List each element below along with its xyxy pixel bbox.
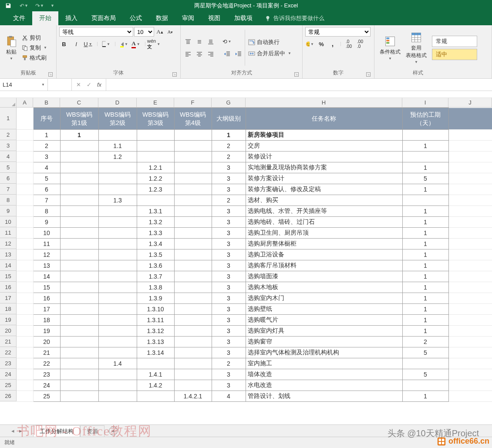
cell[interactable] <box>60 271 98 282</box>
cell[interactable]: 16 <box>33 293 60 304</box>
cell[interactable] <box>60 337 98 347</box>
cell[interactable]: 8 <box>33 206 60 217</box>
cell[interactable] <box>60 184 98 195</box>
cell[interactable] <box>17 217 33 228</box>
cell[interactable]: 1.3.1 <box>137 206 174 217</box>
row-header[interactable]: 2 <box>0 129 17 140</box>
cell[interactable]: 3 <box>212 337 246 347</box>
cell[interactable]: 新房装修项目 <box>246 130 402 141</box>
header-cell[interactable]: WBS编码 第1级 <box>60 108 98 130</box>
cell[interactable] <box>174 326 212 337</box>
sheet-tab-other[interactable]: 资源 <box>80 425 104 437</box>
cell[interactable]: 3 <box>212 326 246 337</box>
cell[interactable]: 4 <box>33 162 60 173</box>
cell[interactable] <box>448 239 492 249</box>
cell[interactable] <box>17 228 33 239</box>
cell[interactable] <box>402 195 448 206</box>
cell[interactable] <box>60 347 98 358</box>
decrease-font-icon[interactable]: A▾ <box>165 27 175 37</box>
cell[interactable]: 1 <box>402 141 448 152</box>
cell[interactable] <box>60 228 98 239</box>
column-header-F[interactable]: F <box>174 98 212 108</box>
row-header[interactable]: 9 <box>0 205 17 216</box>
cell[interactable]: 实地测量及现场协商装修方案 <box>246 162 402 173</box>
cell[interactable] <box>98 369 137 380</box>
cell[interactable] <box>448 195 492 206</box>
cell[interactable] <box>448 228 492 239</box>
cell[interactable] <box>448 337 492 347</box>
cell[interactable]: 选购窗帘 <box>246 337 402 347</box>
orientation-icon[interactable]: ⟲▼ <box>222 37 232 47</box>
cell[interactable] <box>174 228 212 239</box>
column-header-B[interactable]: B <box>33 98 60 108</box>
redo-icon[interactable]: ↷▼ <box>35 1 44 10</box>
header-cell[interactable] <box>17 108 33 130</box>
column-header-E[interactable]: E <box>137 98 174 108</box>
cell[interactable]: 装修方案确认、修改及定稿 <box>246 184 402 195</box>
cell[interactable]: 1 <box>212 130 246 141</box>
cell[interactable] <box>98 271 137 282</box>
sheet-nav-prev[interactable]: ◂ <box>9 428 17 434</box>
header-cell[interactable]: WBS编码 第2级 <box>98 108 137 130</box>
fx-icon[interactable]: fx <box>94 81 104 89</box>
cell[interactable]: 1.3.3 <box>137 228 174 239</box>
cell[interactable] <box>17 195 33 206</box>
comma-icon[interactable]: , <box>328 39 337 49</box>
align-right-icon[interactable] <box>206 49 216 59</box>
column-header-J[interactable]: J <box>448 98 492 108</box>
cell[interactable]: 1.3.2 <box>137 217 174 228</box>
cell[interactable] <box>448 369 492 380</box>
cell[interactable]: 1 <box>402 249 448 260</box>
tab-insert[interactable]: 插入 <box>58 11 84 25</box>
cell[interactable] <box>60 380 98 391</box>
cell[interactable]: 3 <box>212 162 246 173</box>
cell[interactable]: 2 <box>33 141 60 152</box>
decrease-decimal-icon[interactable]: .00.0 <box>355 39 365 49</box>
cell[interactable]: 3 <box>212 282 246 293</box>
align-center-icon[interactable] <box>195 49 204 59</box>
column-header-I[interactable]: I <box>402 98 448 108</box>
cell[interactable]: 3 <box>212 206 246 217</box>
cell[interactable] <box>448 271 492 282</box>
row-header[interactable]: 11 <box>0 227 17 238</box>
paste-button[interactable]: 粘贴 ▼ <box>3 34 20 62</box>
cell[interactable] <box>60 239 98 249</box>
phonetic-icon[interactable]: wén文▼ <box>149 39 159 49</box>
row-header[interactable]: 22 <box>0 347 17 358</box>
cell[interactable]: 1.3.12 <box>137 326 174 337</box>
cell[interactable]: 1.3 <box>98 195 137 206</box>
cell[interactable]: 20 <box>33 337 60 347</box>
font-size-select[interactable]: 10 <box>134 27 154 37</box>
cell[interactable]: 3 <box>212 369 246 380</box>
cell-style-good[interactable]: 适中 <box>432 49 477 60</box>
add-sheet-button[interactable]: + <box>109 427 118 435</box>
cell[interactable]: 3 <box>212 249 246 260</box>
cell[interactable]: 1.3.11 <box>137 315 174 326</box>
cell[interactable]: 选购电线、水管、开关插座等 <box>246 206 402 217</box>
copy-button[interactable]: 复制▼ <box>20 43 50 53</box>
cell[interactable]: 室内施工 <box>246 358 402 369</box>
cell[interactable] <box>17 326 33 337</box>
cell[interactable]: 3 <box>212 228 246 239</box>
cell[interactable] <box>60 162 98 173</box>
cell[interactable] <box>17 282 33 293</box>
cell[interactable]: 选购卫浴设备 <box>246 249 402 260</box>
cell[interactable] <box>60 195 98 206</box>
cell[interactable]: 1.4.1 <box>137 369 174 380</box>
cell[interactable] <box>17 337 33 347</box>
row-header[interactable]: 20 <box>0 325 17 336</box>
cell[interactable]: 1 <box>33 130 60 141</box>
cell[interactable] <box>448 315 492 326</box>
column-header-A[interactable]: A <box>17 98 33 108</box>
cell[interactable] <box>448 260 492 271</box>
cell[interactable] <box>17 239 33 249</box>
cell[interactable] <box>98 130 137 141</box>
percent-icon[interactable]: % <box>317 39 326 49</box>
cell[interactable] <box>402 130 448 141</box>
cell[interactable]: 选购客厅吊顶材料 <box>246 260 402 271</box>
cell[interactable] <box>448 141 492 152</box>
cell[interactable] <box>17 141 33 152</box>
cell[interactable]: 1 <box>402 282 448 293</box>
cell[interactable] <box>174 358 212 369</box>
cell[interactable] <box>60 206 98 217</box>
